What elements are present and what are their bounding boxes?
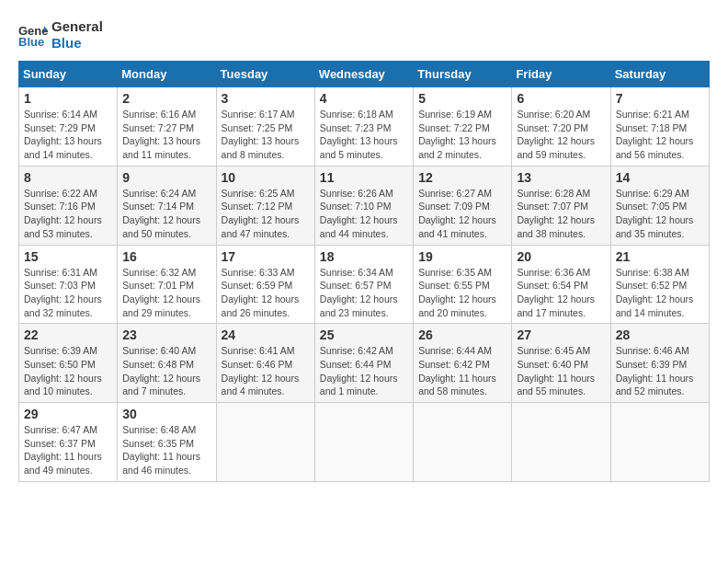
calendar-cell: 7Sunrise: 6:21 AMSunset: 7:18 PMDaylight… [610, 87, 709, 167]
calendar-cell: 30Sunrise: 6:48 AMSunset: 6:35 PMDayligh… [118, 403, 216, 482]
day-number: 18 [320, 249, 408, 264]
day-info: Sunrise: 6:26 AMSunset: 7:10 PMDaylight:… [320, 187, 408, 241]
day-info: Sunrise: 6:14 AMSunset: 7:29 PMDaylight:… [24, 108, 112, 162]
calendar-week-3: 15Sunrise: 6:31 AMSunset: 7:03 PMDayligh… [19, 245, 710, 324]
day-number: 8 [24, 170, 112, 185]
day-number: 14 [616, 170, 704, 185]
calendar-cell: 29Sunrise: 6:47 AMSunset: 6:37 PMDayligh… [19, 403, 118, 482]
day-number: 19 [418, 249, 506, 264]
day-number: 24 [222, 327, 310, 342]
day-info: Sunrise: 6:40 AMSunset: 6:48 PMDaylight:… [122, 344, 210, 398]
calendar-cell: 24Sunrise: 6:41 AMSunset: 6:46 PMDayligh… [216, 324, 314, 403]
calendar-week-4: 22Sunrise: 6:39 AMSunset: 6:50 PMDayligh… [19, 324, 710, 403]
day-number: 16 [122, 249, 210, 264]
day-info: Sunrise: 6:18 AMSunset: 7:23 PMDaylight:… [320, 108, 408, 162]
calendar-cell: 27Sunrise: 6:45 AMSunset: 6:40 PMDayligh… [512, 324, 610, 403]
day-number: 26 [418, 327, 506, 342]
day-info: Sunrise: 6:24 AMSunset: 7:14 PMDaylight:… [122, 187, 210, 241]
day-info: Sunrise: 6:33 AMSunset: 6:59 PMDaylight:… [222, 266, 310, 320]
calendar-cell: 9Sunrise: 6:24 AMSunset: 7:14 PMDaylight… [118, 166, 216, 245]
calendar-cell [314, 403, 413, 482]
day-number: 27 [517, 327, 605, 342]
calendar-cell: 11Sunrise: 6:26 AMSunset: 7:10 PMDayligh… [314, 166, 413, 245]
day-info: Sunrise: 6:36 AMSunset: 6:54 PMDaylight:… [517, 266, 605, 320]
calendar-cell: 22Sunrise: 6:39 AMSunset: 6:50 PMDayligh… [19, 324, 118, 403]
weekday-header-friday: Friday [512, 62, 610, 87]
calendar-cell: 25Sunrise: 6:42 AMSunset: 6:44 PMDayligh… [314, 324, 413, 403]
day-number: 5 [418, 91, 506, 106]
calendar-week-1: 1Sunrise: 6:14 AMSunset: 7:29 PMDaylight… [19, 87, 710, 167]
day-info: Sunrise: 6:17 AMSunset: 7:25 PMDaylight:… [222, 108, 310, 162]
weekday-header-monday: Monday [118, 62, 216, 87]
day-info: Sunrise: 6:42 AMSunset: 6:44 PMDaylight:… [320, 344, 408, 398]
day-info: Sunrise: 6:20 AMSunset: 7:20 PMDaylight:… [517, 108, 605, 162]
logo-general: General [51, 18, 103, 35]
calendar-cell: 10Sunrise: 6:25 AMSunset: 7:12 PMDayligh… [216, 166, 314, 245]
calendar-cell: 6Sunrise: 6:20 AMSunset: 7:20 PMDaylight… [512, 87, 610, 167]
day-info: Sunrise: 6:46 AMSunset: 6:39 PMDaylight:… [616, 344, 704, 398]
calendar-cell: 17Sunrise: 6:33 AMSunset: 6:59 PMDayligh… [216, 245, 314, 324]
calendar-cell [414, 403, 512, 482]
calendar-cell: 23Sunrise: 6:40 AMSunset: 6:48 PMDayligh… [118, 324, 216, 403]
day-number: 21 [616, 249, 704, 264]
weekday-header-row: SundayMondayTuesdayWednesdayThursdayFrid… [19, 62, 710, 87]
calendar-cell: 20Sunrise: 6:36 AMSunset: 6:54 PMDayligh… [512, 245, 610, 324]
day-number: 22 [24, 327, 112, 342]
day-number: 3 [222, 91, 310, 106]
day-number: 4 [320, 91, 408, 106]
day-info: Sunrise: 6:34 AMSunset: 6:57 PMDaylight:… [320, 266, 408, 320]
calendar-cell: 18Sunrise: 6:34 AMSunset: 6:57 PMDayligh… [314, 245, 413, 324]
calendar-week-5: 29Sunrise: 6:47 AMSunset: 6:37 PMDayligh… [19, 403, 710, 482]
day-info: Sunrise: 6:39 AMSunset: 6:50 PMDaylight:… [24, 344, 112, 398]
calendar-cell: 8Sunrise: 6:22 AMSunset: 7:16 PMDaylight… [19, 166, 118, 245]
day-number: 11 [320, 170, 408, 185]
weekday-header-tuesday: Tuesday [216, 62, 314, 87]
calendar-cell: 3Sunrise: 6:17 AMSunset: 7:25 PMDaylight… [216, 87, 314, 167]
logo-icon: General Blue [18, 22, 48, 48]
day-info: Sunrise: 6:25 AMSunset: 7:12 PMDaylight:… [222, 187, 310, 241]
calendar-cell: 19Sunrise: 6:35 AMSunset: 6:55 PMDayligh… [414, 245, 512, 324]
day-number: 30 [122, 407, 210, 421]
day-info: Sunrise: 6:41 AMSunset: 6:46 PMDaylight:… [222, 344, 310, 398]
calendar-body: 1Sunrise: 6:14 AMSunset: 7:29 PMDaylight… [19, 87, 710, 482]
calendar-cell: 26Sunrise: 6:44 AMSunset: 6:42 PMDayligh… [414, 324, 512, 403]
day-number: 17 [222, 249, 310, 264]
day-info: Sunrise: 6:21 AMSunset: 7:18 PMDaylight:… [616, 108, 704, 162]
day-number: 6 [517, 91, 605, 106]
day-number: 7 [616, 91, 704, 106]
day-number: 13 [517, 170, 605, 185]
day-number: 15 [24, 249, 112, 264]
calendar-cell: 14Sunrise: 6:29 AMSunset: 7:05 PMDayligh… [610, 166, 709, 245]
day-info: Sunrise: 6:48 AMSunset: 6:35 PMDaylight:… [122, 423, 210, 477]
calendar-cell: 13Sunrise: 6:28 AMSunset: 7:07 PMDayligh… [512, 166, 610, 245]
calendar-cell: 4Sunrise: 6:18 AMSunset: 7:23 PMDaylight… [314, 87, 413, 167]
day-number: 20 [517, 249, 605, 264]
svg-text:Blue: Blue [18, 35, 44, 48]
day-number: 1 [24, 91, 112, 106]
day-info: Sunrise: 6:32 AMSunset: 7:01 PMDaylight:… [122, 266, 210, 320]
day-number: 10 [222, 170, 310, 185]
weekday-header-wednesday: Wednesday [314, 62, 413, 87]
calendar-cell [512, 403, 610, 482]
day-info: Sunrise: 6:19 AMSunset: 7:22 PMDaylight:… [418, 108, 506, 162]
day-info: Sunrise: 6:28 AMSunset: 7:07 PMDaylight:… [517, 187, 605, 241]
day-number: 2 [122, 91, 210, 106]
day-number: 28 [616, 327, 704, 342]
calendar-cell: 21Sunrise: 6:38 AMSunset: 6:52 PMDayligh… [610, 245, 709, 324]
weekday-header-saturday: Saturday [610, 62, 709, 87]
calendar-cell: 1Sunrise: 6:14 AMSunset: 7:29 PMDaylight… [19, 87, 118, 167]
calendar-cell [610, 403, 709, 482]
day-info: Sunrise: 6:38 AMSunset: 6:52 PMDaylight:… [616, 266, 704, 320]
logo: General Blue General Blue [18, 18, 103, 52]
day-info: Sunrise: 6:16 AMSunset: 7:27 PMDaylight:… [122, 108, 210, 162]
day-number: 23 [122, 327, 210, 342]
calendar-cell: 5Sunrise: 6:19 AMSunset: 7:22 PMDaylight… [414, 87, 512, 167]
day-info: Sunrise: 6:44 AMSunset: 6:42 PMDaylight:… [418, 344, 506, 398]
calendar-cell: 28Sunrise: 6:46 AMSunset: 6:39 PMDayligh… [610, 324, 709, 403]
day-info: Sunrise: 6:35 AMSunset: 6:55 PMDaylight:… [418, 266, 506, 320]
weekday-header-sunday: Sunday [19, 62, 118, 87]
logo-blue: Blue [51, 35, 103, 52]
day-info: Sunrise: 6:22 AMSunset: 7:16 PMDaylight:… [24, 187, 112, 241]
calendar-cell: 12Sunrise: 6:27 AMSunset: 7:09 PMDayligh… [414, 166, 512, 245]
calendar-table: SundayMondayTuesdayWednesdayThursdayFrid… [18, 61, 710, 482]
